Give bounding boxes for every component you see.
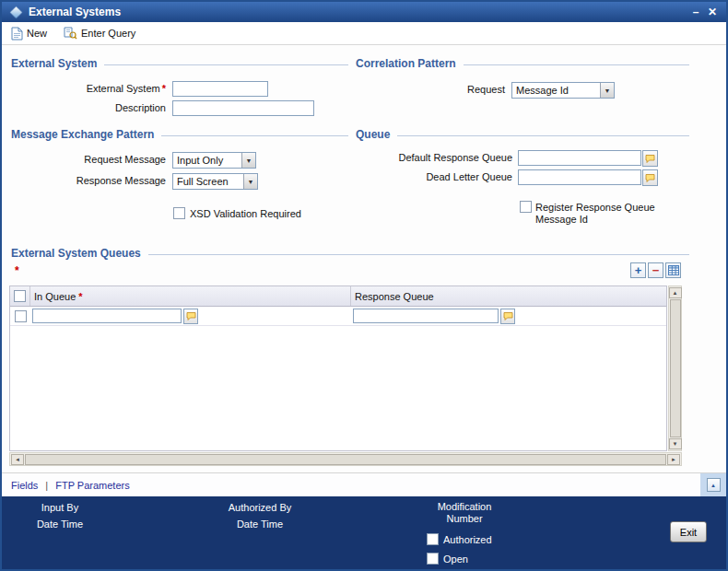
response-queue-input[interactable] (353, 309, 499, 323)
section-divider (148, 254, 689, 255)
horizontal-scrollbar[interactable]: ◄ ► (9, 452, 682, 466)
section-correlation-pattern: Correlation Pattern (356, 57, 689, 70)
response-message-label: Response Message (11, 173, 166, 189)
authorized-checkbox[interactable] (427, 533, 439, 545)
select-all-checkbox[interactable] (14, 290, 26, 302)
request-message-value: Input Only (173, 153, 241, 168)
section-external-system: External System (11, 57, 348, 70)
default-response-queue-lov-button[interactable] (642, 150, 658, 167)
horizontal-scroll-thumb[interactable] (25, 454, 666, 465)
table-header: In Queue * Response Queue (10, 286, 666, 307)
grid-view-icon (668, 265, 679, 275)
section-divider (104, 64, 348, 65)
new-label: New (27, 28, 47, 39)
titlebar: External Systems – ✕ (2, 2, 726, 22)
section-divider (464, 64, 689, 65)
response-queue-cell (351, 307, 666, 325)
select-all-cell (10, 286, 30, 306)
xsd-validation-checkbox[interactable] (173, 207, 185, 219)
request-message-label: Request Message (11, 152, 166, 168)
delete-row-button[interactable]: − (648, 262, 663, 278)
speech-bubble-icon (503, 311, 513, 321)
minus-icon: − (652, 264, 660, 276)
enter-query-button[interactable]: Enter Query (64, 27, 135, 41)
external-system-input[interactable] (172, 81, 268, 97)
request-message-select[interactable]: Input Only ▼ (172, 152, 256, 169)
section-message-exchange-pattern: Message Exchange Pattern (11, 128, 348, 141)
speech-bubble-icon (645, 173, 655, 183)
enter-query-label: Enter Query (81, 28, 135, 39)
chevron-down-icon[interactable]: ▼ (241, 153, 255, 168)
enter-query-icon (64, 27, 77, 41)
section-divider (397, 135, 689, 136)
add-row-button[interactable]: + (630, 262, 646, 278)
page-scroll-up-button[interactable]: ▲ (707, 478, 721, 492)
vertical-scrollbar[interactable]: ▲ ▼ (668, 286, 682, 451)
response-queue-column-header[interactable]: Response Queue (351, 286, 666, 306)
toolbar: New Enter Query (2, 22, 726, 45)
authorized-field: Authorized (427, 533, 492, 545)
grid-toolbar: + − (630, 262, 681, 278)
external-systems-window: External Systems – ✕ New (0, 0, 728, 571)
scroll-right-icon[interactable]: ► (667, 454, 680, 465)
new-button[interactable]: New (11, 27, 47, 41)
in-queue-lov-button[interactable] (183, 309, 198, 324)
authorized-date-time-label: Date Time (224, 519, 296, 530)
description-label: Description (11, 100, 166, 116)
section-external-system-queues: External System Queues (11, 247, 689, 260)
single-view-button[interactable] (665, 262, 681, 278)
minimize-button[interactable]: – (687, 4, 704, 20)
fields-link[interactable]: Fields (11, 480, 38, 491)
chevron-down-icon[interactable]: ▼ (243, 174, 257, 189)
response-queue-lov-button[interactable] (500, 309, 515, 324)
register-response-queue-label: Register Response Queue Message Id (535, 202, 675, 226)
link-separator: | (45, 480, 48, 491)
table-row (10, 307, 666, 326)
register-response-queue-checkbox[interactable] (520, 201, 532, 213)
plus-icon: + (635, 264, 642, 276)
description-input[interactable] (172, 100, 314, 116)
section-external-system-queues-title: External System Queues (11, 247, 141, 260)
section-divider (161, 135, 348, 136)
open-label: Open (443, 554, 468, 565)
scroll-left-icon[interactable]: ◄ (11, 454, 24, 465)
dead-letter-queue-input[interactable] (518, 169, 641, 185)
close-button[interactable]: ✕ (704, 4, 721, 20)
xsd-validation-label: XSD Validation Required (190, 208, 301, 220)
input-by-label: Input By (28, 502, 92, 513)
request-select[interactable]: Message Id ▼ (511, 82, 615, 99)
default-response-queue-input[interactable] (518, 150, 641, 166)
request-label: Request (356, 82, 505, 98)
queues-table: In Queue * Response Queue (9, 286, 667, 451)
bottom-links-bar: Fields | FTP Parameters (2, 472, 700, 496)
response-message-select[interactable]: Full Screen ▼ (172, 173, 258, 190)
in-queue-input[interactable] (32, 309, 182, 323)
scroll-down-icon[interactable]: ▼ (669, 438, 682, 449)
open-field: Open (427, 553, 468, 565)
speech-bubble-icon (645, 154, 655, 164)
dead-letter-queue-lov-button[interactable] (642, 169, 658, 186)
footer: Input By Date Time Authorized By Date Ti… (2, 496, 726, 569)
speech-bubble-icon (186, 311, 196, 321)
scroll-up-icon[interactable]: ▲ (669, 287, 682, 298)
section-external-system-title: External System (11, 57, 97, 70)
in-queue-column-header[interactable]: In Queue * (30, 286, 351, 306)
chevron-down-icon[interactable]: ▼ (600, 83, 614, 98)
required-marker: * (78, 291, 82, 302)
response-message-value: Full Screen (173, 174, 243, 189)
vertical-scroll-thumb[interactable] (670, 299, 681, 437)
authorized-label: Authorized (443, 534, 492, 545)
authorized-by-label: Authorized By (218, 502, 301, 513)
external-system-label: External System* (11, 81, 166, 97)
section-queue-title: Queue (356, 128, 390, 141)
section-correlation-pattern-title: Correlation Pattern (356, 57, 456, 70)
input-date-time-label: Date Time (24, 519, 96, 530)
dead-letter-queue-label: Dead Letter Queue (356, 169, 512, 185)
open-checkbox[interactable] (427, 553, 439, 565)
new-document-icon (11, 27, 23, 41)
exit-button[interactable]: Exit (670, 521, 707, 542)
modification-number-label: Modification Number (428, 501, 501, 525)
window-title: External Systems (29, 6, 687, 18)
row-select-checkbox[interactable] (15, 310, 27, 322)
ftp-parameters-link[interactable]: FTP Parameters (55, 480, 130, 491)
